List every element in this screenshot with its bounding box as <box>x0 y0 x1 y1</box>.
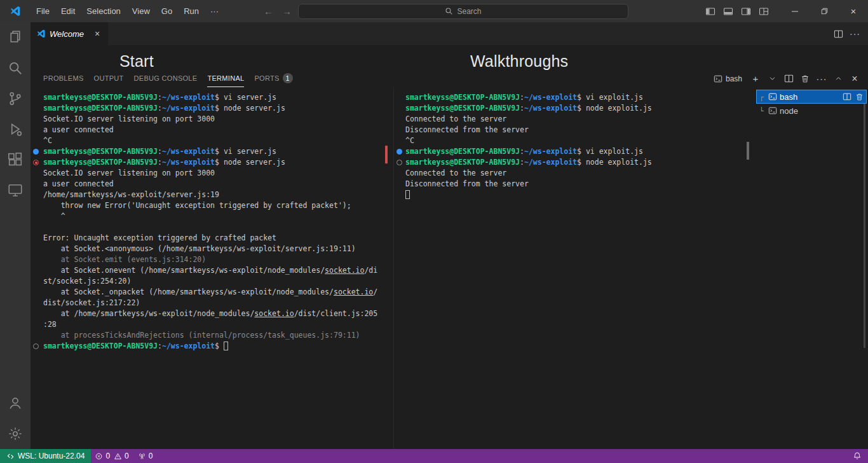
terminal-text-segment: Error: Uncaught exception triggered by c… <box>43 233 276 242</box>
maximize-panel-icon[interactable] <box>831 72 845 86</box>
remote-indicator[interactable]: WSL: Ubuntu-22.04 <box>0 449 91 463</box>
run-and-debug-icon[interactable] <box>0 114 31 144</box>
terminal-text-segment: /home/smartkeyss/ws-exploit/server.js:19 <box>43 190 219 199</box>
terminal-pane-left[interactable]: smartkeyss@DESKTOP-ABN5V9J:~/ws-exploit$… <box>31 87 392 449</box>
terminal-text-segment: smartkeyss@DESKTOP-ABN5V9J <box>405 93 520 102</box>
terminal-line: smartkeyss@DESKTOP-ABN5V9J:~/ws-exploit$… <box>31 157 392 168</box>
explorer-icon[interactable] <box>0 22 31 53</box>
terminal-text-segment: Connected to the server <box>405 114 506 123</box>
restore-button[interactable] <box>810 0 839 22</box>
ports-icon <box>138 452 146 460</box>
tab-output[interactable]: OUTPUT <box>94 70 124 87</box>
search-icon <box>445 7 453 15</box>
terminal-pane-right[interactable]: smartkeyss@DESKTOP-ABN5V9J:~/ws-exploit$… <box>393 87 753 449</box>
menu-run[interactable]: Run <box>178 0 205 22</box>
terminal-text-segment: dist/socket.js:217:22) <box>43 298 140 307</box>
toggle-secondary-sidebar-icon[interactable] <box>738 4 754 19</box>
terminal-text-segment: : <box>520 93 524 102</box>
terminal-line: Connected to the server <box>394 114 753 125</box>
tab-welcome[interactable]: Welcome × <box>31 22 108 45</box>
minimize-button[interactable] <box>780 0 810 22</box>
kill-terminal-inline-button[interactable] <box>855 93 864 101</box>
terminal-text-segment[interactable]: socket.io <box>334 287 373 296</box>
tab-label: Welcome <box>50 29 88 39</box>
terminal-text-segment: $ node exploit.js <box>577 158 652 167</box>
terminal-text-segment: smartkeyss@DESKTOP-ABN5V9J <box>43 93 158 102</box>
kill-terminal-button[interactable] <box>798 72 812 86</box>
menu-view[interactable]: View <box>126 0 156 22</box>
terminal-line: at Socket.<anonymous> (/home/smartkeyss/… <box>31 244 392 254</box>
panel-header: PROBLEMS OUTPUT DEBUG CONSOLE TERMINAL P… <box>31 70 868 87</box>
toggle-panel-icon[interactable] <box>721 4 736 19</box>
terminal-line: ^C <box>394 135 753 146</box>
ports-label: PORTS <box>254 74 279 82</box>
ports-status[interactable]: 0 <box>134 449 158 463</box>
split-editor-icon[interactable] <box>834 29 843 39</box>
problems-status[interactable]: 0 0 <box>91 449 133 463</box>
terminal-line: ^C <box>31 135 392 146</box>
terminal-text-segment: ~/ws-exploit <box>162 342 215 350</box>
command-decoration-error[interactable] <box>33 160 39 165</box>
terminal-line: smartkeyss@DESKTOP-ABN5V9J:~/ws-exploit$ <box>31 341 392 352</box>
menu-go[interactable]: Go <box>156 0 178 22</box>
tab-problems[interactable]: PROBLEMS <box>43 70 84 87</box>
terminal-icon <box>714 74 722 83</box>
welcome-walkthroughs-heading: Walkthroughs <box>470 52 568 70</box>
terminal-text-segment: a user connected <box>43 125 114 134</box>
customize-layout-icon[interactable] <box>756 4 771 19</box>
command-center-search[interactable]: Search <box>298 4 628 19</box>
editor-more-actions-icon[interactable]: ··· <box>850 29 860 39</box>
remote-explorer-icon[interactable] <box>0 175 31 205</box>
menu-edit[interactable]: Edit <box>55 0 81 22</box>
activity-bar <box>0 22 31 449</box>
terminal-text-segment[interactable]: socket.io <box>325 266 364 275</box>
close-window-button[interactable]: × <box>839 0 868 22</box>
terminal-text-segment: smartkeyss@DESKTOP-ABN5V9J <box>405 104 520 113</box>
welcome-start-heading: Start <box>119 52 154 70</box>
settings-gear-icon[interactable] <box>0 418 31 449</box>
terminal-text-segment: $ vi exploit.js <box>577 93 643 102</box>
search-sidebar-icon[interactable] <box>0 53 31 83</box>
command-decoration-blue[interactable] <box>33 149 39 155</box>
command-decoration-blue[interactable] <box>397 149 402 155</box>
forward-button[interactable]: → <box>282 6 292 17</box>
toggle-primary-sidebar-icon[interactable] <box>703 4 718 19</box>
source-control-icon[interactable] <box>0 83 31 114</box>
tab-close-icon[interactable]: × <box>92 29 103 39</box>
terminal-text-segment: Socket.IO server listening on port 3000 <box>43 114 215 123</box>
terminal-text-segment: $ node server.js <box>215 104 285 113</box>
back-button[interactable]: ← <box>264 6 273 17</box>
terminal-text-segment: Disconnected from the server <box>405 179 529 188</box>
terminal-line: Disconnected from the server <box>394 125 753 135</box>
scrollbar-error-decoration <box>385 146 388 163</box>
extensions-icon[interactable] <box>0 144 31 175</box>
command-decoration-pending[interactable] <box>397 160 402 165</box>
new-terminal-button[interactable]: + <box>749 72 763 86</box>
notifications-bell-icon[interactable] <box>853 452 862 460</box>
menu-file[interactable]: File <box>31 0 55 22</box>
menu-overflow-icon[interactable]: ··· <box>205 0 224 22</box>
terminal-text-segment: smartkeyss@DESKTOP-ABN5V9J <box>43 147 158 156</box>
tab-vscode-icon <box>37 29 46 38</box>
split-terminal-button[interactable] <box>782 72 796 86</box>
terminal-tab-label: bash <box>780 92 797 102</box>
terminal-tab-node[interactable]: └ node <box>756 104 867 118</box>
tab-terminal[interactable]: TERMINAL <box>207 70 244 87</box>
terminal-tab-bash[interactable]: ┌ bash <box>756 90 867 104</box>
terminal-line: ^ <box>31 211 392 222</box>
terminal-text-segment: :28 <box>43 320 57 329</box>
tab-ports[interactable]: PORTS 1 <box>254 70 292 87</box>
terminal-text-segment: at Socket.emit (events.js:314:20) <box>43 255 206 264</box>
menu-selection[interactable]: Selection <box>81 0 126 22</box>
terminal-text-segment[interactable]: socket.io <box>254 309 294 318</box>
terminal-text-segment: st/socket.js:254:20) <box>43 277 131 286</box>
panel-more-actions-icon[interactable]: ··· <box>815 72 829 86</box>
close-panel-icon[interactable]: × <box>848 72 862 86</box>
accounts-icon[interactable] <box>0 388 31 418</box>
terminal-line: at processTicksAndRejections (internal/p… <box>31 330 392 341</box>
terminal-profile-dropdown-icon[interactable] <box>765 72 779 86</box>
split-terminal-inline-button[interactable] <box>843 92 851 101</box>
panel: PROBLEMS OUTPUT DEBUG CONSOLE TERMINAL P… <box>31 70 868 449</box>
tab-debug-console[interactable]: DEBUG CONSOLE <box>134 70 198 87</box>
command-decoration-pending[interactable] <box>33 343 39 349</box>
